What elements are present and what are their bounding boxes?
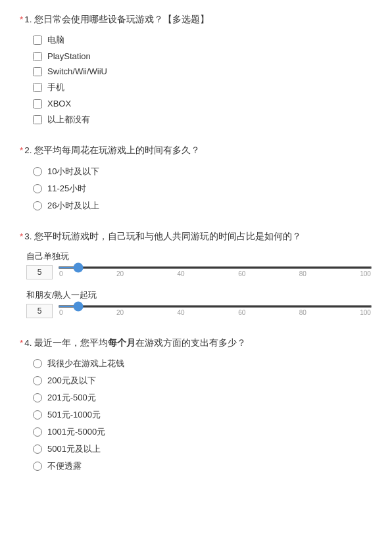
q2-label-3: 26小时及以上 bbox=[47, 200, 99, 212]
q2-option-2[interactable]: 11-25小时 bbox=[33, 183, 372, 195]
q4-radio-3[interactable] bbox=[33, 393, 42, 402]
q4-label-1: 我很少在游戏上花钱 bbox=[47, 358, 124, 370]
q3-together-track: 0 20 40 60 80 100 bbox=[58, 305, 372, 316]
q3-together-label-row: 和朋友/熟人一起玩 bbox=[26, 290, 372, 301]
q4-option-2[interactable]: 200元及以下 bbox=[33, 375, 372, 387]
required-star-3: * bbox=[20, 231, 23, 241]
q1-label-5: XBOX bbox=[47, 99, 71, 108]
q3-solo-value-box: 5 bbox=[26, 265, 53, 279]
q4-radio-5[interactable] bbox=[33, 427, 42, 437]
q3-together-group: 和朋友/熟人一起玩 5 0 20 40 60 80 100 bbox=[26, 290, 372, 318]
q4-radio-1[interactable] bbox=[33, 359, 42, 368]
q1-option-5[interactable]: XBOX bbox=[33, 99, 372, 108]
q4-option-5[interactable]: 1001元-5000元 bbox=[33, 426, 372, 438]
required-star-4: * bbox=[20, 338, 23, 348]
q3-solo-label-row: 自己单独玩 bbox=[26, 251, 372, 262]
q1-option-2[interactable]: PlayStation bbox=[33, 51, 372, 61]
q1-checkbox-2[interactable] bbox=[33, 52, 42, 61]
q4-option-4[interactable]: 501元-1000元 bbox=[33, 409, 372, 421]
q4-option-3[interactable]: 201元-500元 bbox=[33, 392, 372, 404]
q1-option-1[interactable]: 电脑 bbox=[33, 34, 372, 46]
q3-solo-slider[interactable] bbox=[58, 266, 372, 269]
q3-together-slider[interactable] bbox=[58, 305, 372, 308]
q4-option-7[interactable]: 不便透露 bbox=[33, 460, 372, 472]
q2-label-2: 11-25小时 bbox=[47, 183, 86, 195]
q4-radio-2[interactable] bbox=[33, 376, 42, 385]
q3-solo-value: 5 bbox=[37, 268, 42, 277]
q4-bold: 每个月 bbox=[108, 338, 135, 348]
q1-checkbox-3[interactable] bbox=[33, 67, 42, 76]
q2-radio-3[interactable] bbox=[33, 201, 42, 210]
q4-title: *4. 最近一年，您平均每个月在游戏方面的支出有多少？ bbox=[20, 337, 372, 350]
q4-option-6[interactable]: 5001元及以上 bbox=[33, 443, 372, 455]
q2-label-1: 10小时及以下 bbox=[47, 166, 99, 178]
q3-together-container: 5 0 20 40 60 80 100 bbox=[26, 304, 372, 318]
q3-solo-label: 自己单独玩 bbox=[26, 251, 72, 262]
q1-label-3: Switch/Wii/WiiU bbox=[47, 66, 107, 76]
q3-together-ticks: 0 20 40 60 80 100 bbox=[58, 309, 372, 316]
required-star-1: * bbox=[20, 14, 23, 24]
q1-option-4[interactable]: 手机 bbox=[33, 82, 372, 93]
q4-radio-6[interactable] bbox=[33, 445, 42, 454]
q3-solo-group: 自己单独玩 5 0 20 40 60 80 100 bbox=[26, 251, 372, 279]
q4-label-4: 501元-1000元 bbox=[47, 409, 101, 421]
q4-option-1[interactable]: 我很少在游戏上花钱 bbox=[33, 358, 372, 370]
q1-title: *1. 您日常会使用哪些设备玩游戏？【多选题】 bbox=[20, 13, 372, 26]
q4-label-3: 201元-500元 bbox=[47, 392, 96, 404]
question-2: *2. 您平均每周花在玩游戏上的时间有多久？ 10小时及以下 11-25小时 2… bbox=[20, 144, 372, 211]
q4-radio-7[interactable] bbox=[33, 462, 42, 471]
q1-checkbox-5[interactable] bbox=[33, 99, 42, 108]
question-1: *1. 您日常会使用哪些设备玩游戏？【多选题】 电脑 PlayStation S… bbox=[20, 13, 372, 126]
q1-checkbox-6[interactable] bbox=[33, 115, 42, 124]
required-star-2: * bbox=[20, 145, 23, 155]
q3-solo-container: 5 0 20 40 60 80 100 bbox=[26, 265, 372, 279]
q3-sliders: 自己单独玩 5 0 20 40 60 80 100 bbox=[26, 251, 372, 318]
q1-label-6: 以上都没有 bbox=[47, 114, 90, 126]
q2-option-1[interactable]: 10小时及以下 bbox=[33, 166, 372, 178]
question-4: *4. 最近一年，您平均每个月在游戏方面的支出有多少？ 我很少在游戏上花钱 20… bbox=[20, 337, 372, 472]
q2-radio-1[interactable] bbox=[33, 167, 42, 176]
q2-radio-2[interactable] bbox=[33, 184, 42, 193]
q3-solo-ticks: 0 20 40 60 80 100 bbox=[58, 270, 372, 277]
q2-option-3[interactable]: 26小时及以上 bbox=[33, 200, 372, 212]
q3-together-label: 和朋友/熟人一起玩 bbox=[26, 290, 97, 301]
q1-label-4: 手机 bbox=[47, 82, 64, 93]
q3-together-value: 5 bbox=[37, 306, 42, 316]
q1-label-2: PlayStation bbox=[47, 51, 91, 61]
question-3: *3. 您平时玩游戏时，自己玩和与他人共同游玩的时间占比是如何的？ 自己单独玩 … bbox=[20, 230, 372, 318]
q1-checkbox-4[interactable] bbox=[33, 83, 42, 92]
q1-checkbox-1[interactable] bbox=[33, 36, 42, 45]
q2-title: *2. 您平均每周花在玩游戏上的时间有多久？ bbox=[20, 144, 372, 157]
q1-option-6[interactable]: 以上都没有 bbox=[33, 114, 372, 126]
q4-label-6: 5001元及以上 bbox=[47, 443, 101, 455]
q4-radio-4[interactable] bbox=[33, 410, 42, 420]
q3-solo-track: 0 20 40 60 80 100 bbox=[58, 266, 372, 277]
q3-together-value-box: 5 bbox=[26, 304, 53, 318]
q4-label-7: 不便透露 bbox=[47, 460, 82, 472]
q3-title: *3. 您平时玩游戏时，自己玩和与他人共同游玩的时间占比是如何的？ bbox=[20, 230, 372, 243]
q4-label-2: 200元及以下 bbox=[47, 375, 96, 387]
q4-label-5: 1001元-5000元 bbox=[47, 426, 105, 438]
q1-label-1: 电脑 bbox=[47, 34, 64, 46]
q1-option-3[interactable]: Switch/Wii/WiiU bbox=[33, 66, 372, 76]
